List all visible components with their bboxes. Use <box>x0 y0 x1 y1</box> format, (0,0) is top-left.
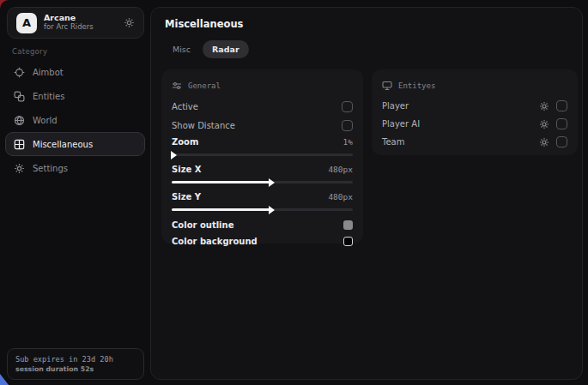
sidebar-item-aimbot[interactable]: Aimbot <box>5 60 145 84</box>
brand-subtitle: for Arc Riders <box>44 23 94 32</box>
size-x-value: 480px <box>328 165 353 174</box>
color-background-swatch[interactable] <box>343 237 353 246</box>
slider-thumb[interactable] <box>269 178 275 187</box>
entity-label: Team <box>382 137 404 147</box>
general-card: General Active Show Distance Zoom 1% <box>161 69 363 244</box>
entity-row-team: Team <box>382 133 567 151</box>
subscription-card: Sub expires in 23d 20h session duration … <box>7 348 144 380</box>
slider-fill <box>172 181 271 183</box>
setting-label: Zoom <box>172 137 198 147</box>
entities-card-title: Entityes <box>398 81 435 90</box>
player-checkbox[interactable] <box>556 100 567 111</box>
setting-row-color-background: Color background <box>172 233 353 250</box>
grid-icon <box>14 139 25 150</box>
tab-misc[interactable]: Misc <box>163 40 200 58</box>
size-x-slider[interactable] <box>172 181 353 183</box>
color-outline-swatch[interactable] <box>343 220 353 230</box>
setting-label: Color outline <box>172 220 233 230</box>
player-ai-checkbox[interactable] <box>556 118 567 129</box>
setting-row-size-x: Size X 480px <box>172 162 353 183</box>
sidebar-item-label: Miscellaneous <box>33 140 93 149</box>
setting-row-color-outline: Color outline <box>172 217 353 233</box>
setting-row-show-distance: Show Distance <box>172 116 353 135</box>
setting-row-size-y: Size Y 480px <box>172 189 353 211</box>
setting-label: Show Distance <box>172 121 235 130</box>
gear-icon[interactable] <box>539 101 549 111</box>
entity-label: Player <box>382 101 409 111</box>
gear-icon[interactable] <box>124 17 135 28</box>
page-title: Miscellaneous <box>165 18 243 30</box>
entity-row-player-ai: Player AI <box>382 115 567 133</box>
size-y-slider[interactable] <box>172 208 353 211</box>
monitor-icon <box>382 81 392 91</box>
setting-row-active: Active <box>172 97 353 116</box>
sidebar-item-label: Settings <box>33 164 68 173</box>
entity-row-player: Player <box>382 97 567 115</box>
setting-label: Size X <box>172 165 201 174</box>
setting-label: Size Y <box>172 192 201 202</box>
sidebar: A Arcane for Arc Riders Category <box>0 0 150 385</box>
setting-label: Color background <box>172 237 258 246</box>
entities-icon <box>14 91 25 102</box>
app-logo: A <box>16 13 37 33</box>
sidebar-item-miscellaneous[interactable]: Miscellaneous <box>5 132 145 156</box>
sidebar-item-world[interactable]: World <box>5 108 145 132</box>
session-duration-text: session duration 52s <box>15 365 136 373</box>
crosshair-icon <box>14 67 25 78</box>
gear-icon[interactable] <box>539 119 549 129</box>
slider-thumb[interactable] <box>171 151 177 159</box>
zoom-slider[interactable] <box>172 153 353 156</box>
size-y-value: 480px <box>328 192 353 202</box>
sidebar-item-settings[interactable]: Settings <box>5 156 145 180</box>
setting-row-zoom: Zoom 1% <box>172 135 353 156</box>
main-panel: Miscellaneous Misc Radar General Active <box>150 7 583 380</box>
entities-card: Entityes Player Player AI <box>372 69 578 155</box>
brand-text: Arcane for Arc Riders <box>44 14 94 32</box>
zoom-value: 1% <box>343 137 353 147</box>
sidebar-item-label: Aimbot <box>33 68 64 77</box>
sidebar-item-label: World <box>33 116 58 125</box>
app-window: A Arcane for Arc Riders Category <box>0 0 588 385</box>
entities-card-header: Entityes <box>382 78 567 93</box>
general-card-title: General <box>188 81 221 90</box>
general-card-header: General <box>172 78 353 93</box>
sidebar-item-entities[interactable]: Entities <box>5 84 145 108</box>
brand-card: A Arcane for Arc Riders <box>7 7 144 39</box>
entity-label: Player AI <box>382 119 420 129</box>
gear-icon <box>14 163 25 174</box>
slider-thumb[interactable] <box>269 206 275 214</box>
sub-expiry-text: Sub expires in 23d 20h <box>15 355 136 364</box>
globe-icon <box>14 115 25 126</box>
show-distance-checkbox[interactable] <box>342 120 353 131</box>
sidebar-nav: Aimbot Entities World <box>5 60 145 180</box>
slider-fill <box>172 208 271 211</box>
sidebar-item-label: Entities <box>33 92 64 101</box>
tab-bar: Misc Radar <box>163 40 249 58</box>
gear-icon[interactable] <box>539 137 549 147</box>
tab-radar[interactable]: Radar <box>203 40 249 58</box>
setting-label: Active <box>172 102 198 111</box>
category-label: Category <box>12 47 47 56</box>
team-checkbox[interactable] <box>556 136 567 147</box>
sliders-icon <box>172 81 182 91</box>
active-checkbox[interactable] <box>342 101 353 112</box>
